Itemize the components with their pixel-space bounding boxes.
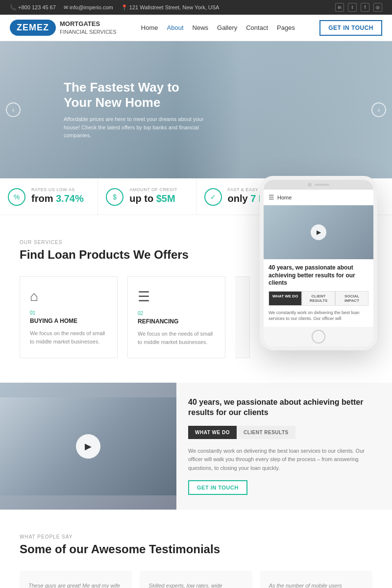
about-section: ▶ 40 years, we passionate about achievin… xyxy=(0,383,392,510)
service-num-1: 01 xyxy=(30,310,107,316)
home-circle-icon xyxy=(312,330,325,343)
home-icon: ⌂ xyxy=(30,289,107,304)
phone-heading: 40 years, we passionate about achieving … xyxy=(269,264,368,287)
get-in-touch-button[interactable]: GET IN TOUCH xyxy=(319,20,382,36)
process-icon: ✓ xyxy=(204,188,222,206)
services-label: OUR SERVICES xyxy=(20,240,250,245)
phone-info: 📞 +800 123 45 67 xyxy=(10,4,56,11)
testimonial-1: These guys are great! Me and my wife are… xyxy=(20,571,132,588)
logo-area: ZEMEZ MORTGATES FINANCIAL SERVICES xyxy=(10,20,117,36)
phone-menu-icon: ☰ xyxy=(269,194,274,201)
service-desc-2: We focus on the needs of small to middle… xyxy=(138,330,215,346)
phone-tab-client-results[interactable]: CLIENT RESULTS xyxy=(302,291,335,306)
testimonial-text-1: These guys are great! Me and my wife are… xyxy=(28,582,123,588)
phone-home-button[interactable] xyxy=(264,327,373,346)
phone-screen: ☰ Home ▶ 40 years, we passionate about a… xyxy=(264,190,373,327)
phone-icon: 📞 xyxy=(10,4,18,10)
testimonial-text-2: Skilled experts, low rates, wide selecti… xyxy=(148,582,243,588)
about-tab-client-results[interactable]: CLIENT RESULTS xyxy=(237,426,295,439)
service-desc-1: We focus on the needs of small to middle… xyxy=(30,329,107,345)
brand-name: MORTGATES FINANCIAL SERVICES xyxy=(60,20,117,35)
service-num-2: 02 xyxy=(138,311,215,316)
service-name-1: BUYING A HOME xyxy=(30,318,107,324)
hero-section: ‹ The Fastest Way to Your New Home Affor… xyxy=(0,41,392,178)
nav-pages[interactable]: Pages xyxy=(277,24,295,31)
stat-credit: $ AMOUNT OF CREDIT up to $5M xyxy=(98,178,196,215)
phone-camera xyxy=(308,183,312,187)
instagram-icon[interactable]: ◎ xyxy=(373,3,382,12)
phone-speaker xyxy=(264,180,373,190)
topbar: 📞 +800 123 45 67 ✉ info@imperio.com 📍 12… xyxy=(0,0,392,15)
credit-value: up to $5M xyxy=(129,193,177,204)
logo-badge: ZEMEZ xyxy=(10,20,56,36)
testimonials-section: WHAT PEOPLE SAY Some of our Awesome Test… xyxy=(0,510,392,588)
document-icon: ☰ xyxy=(138,289,215,305)
about-description: We constantly work on delivering the bes… xyxy=(188,447,377,473)
nav-contact[interactable]: Contact xyxy=(246,24,268,31)
rates-value: from 3.74% xyxy=(31,193,84,204)
mobile-mockup: ☰ Home ▶ 40 years, we passionate about a… xyxy=(260,176,377,350)
nav-news[interactable]: News xyxy=(193,24,209,31)
phone-tabs: WHAT WE DO CLIENT RESULTS SOCIAL IMPACT xyxy=(269,291,368,306)
testimonials-title: Some of our Awesome Testimonials xyxy=(20,542,372,556)
phone-text-block: 40 years, we passionate about achieving … xyxy=(264,259,373,327)
about-tabs: WHAT WE DO CLIENT RESULTS xyxy=(188,426,377,439)
about-content: 40 years, we passionate about achieving … xyxy=(176,383,392,510)
stat-rates: % RATES US LOW AS from 3.74% xyxy=(0,178,98,215)
linkedin-icon[interactable]: in xyxy=(335,3,344,12)
testimonial-3: As the number of mobile users continues … xyxy=(260,571,372,588)
hero-person-image xyxy=(176,41,392,178)
service-card-buying: ⌂ 01 BUYING A HOME We focus on the needs… xyxy=(20,276,118,358)
hero-arrow-left[interactable]: ‹ xyxy=(6,102,21,117)
credit-label: AMOUNT OF CREDIT xyxy=(129,187,177,192)
nav-home[interactable]: Home xyxy=(141,24,158,31)
phone-mic xyxy=(315,184,329,186)
testimonial-text-3: As the number of mobile users continues … xyxy=(269,582,364,588)
phone-tab-social-impact[interactable]: SOCIAL IMPACT xyxy=(335,291,368,306)
about-tab-what-we-do[interactable]: WHAT WE DO xyxy=(188,426,237,439)
credit-icon: $ xyxy=(106,188,123,206)
about-image-inner: ▶ xyxy=(0,397,176,495)
hero-subtitle: Affordable prices are here to meet your … xyxy=(64,115,206,140)
location-icon: 📍 xyxy=(121,4,129,10)
facebook-icon[interactable]: f xyxy=(361,3,369,12)
service-name-2: REFINANCING xyxy=(138,318,215,325)
nav-about[interactable]: About xyxy=(167,24,184,31)
twitter-icon[interactable]: t xyxy=(348,3,357,12)
hero-content: The Fastest Way to Your New Home Afforda… xyxy=(0,80,206,140)
about-image: ▶ xyxy=(0,383,176,510)
hero-title: The Fastest Way to Your New Home xyxy=(64,80,206,110)
email-info: ✉ info@imperio.com xyxy=(64,4,113,11)
testimonials-label: WHAT PEOPLE SAY xyxy=(20,534,372,539)
service-card-refinancing: ☰ 02 REFINANCING We focus on the needs o… xyxy=(127,276,225,358)
phone-nav-bar: ☰ Home xyxy=(264,190,373,205)
play-button[interactable]: ▶ xyxy=(76,434,100,459)
phone-tab-what-we-do[interactable]: WHAT WE DO xyxy=(269,291,302,306)
hero-arrow-right[interactable]: › xyxy=(371,102,386,117)
email-icon: ✉ xyxy=(64,4,70,10)
services-grid: ⌂ 01 BUYING A HOME We focus on the needs… xyxy=(20,276,250,358)
phone-nav-label: Home xyxy=(277,195,292,200)
nav-gallery[interactable]: Gallery xyxy=(217,24,237,31)
address-info: 📍 121 Wallstreet Street, New York, USA xyxy=(121,4,220,11)
about-title: 40 years, we passionate about achieving … xyxy=(188,397,377,418)
services-title: Find Loan Products We Offers xyxy=(20,248,250,262)
testimonials-grid: These guys are great! Me and my wife are… xyxy=(20,571,372,588)
service-card-partial xyxy=(235,276,250,358)
rates-label: RATES US LOW AS xyxy=(31,187,84,192)
phone-video-thumb: ▶ xyxy=(264,205,373,259)
phone-body-text: We constantly work on delivering the bes… xyxy=(269,310,368,322)
rates-icon: % xyxy=(8,188,25,206)
about-cta-button[interactable]: GET IN TOUCH xyxy=(188,480,247,495)
testimonial-2: Skilled experts, low rates, wide selecti… xyxy=(140,571,252,588)
header: ZEMEZ MORTGATES FINANCIAL SERVICES Home … xyxy=(0,15,392,41)
phone-play-button[interactable]: ▶ xyxy=(311,224,326,240)
main-nav: Home About News Gallery Contact Pages xyxy=(141,24,295,31)
